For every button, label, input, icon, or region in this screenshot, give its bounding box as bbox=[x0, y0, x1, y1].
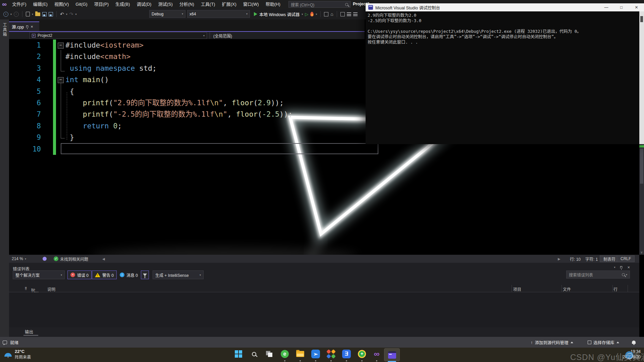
code-line[interactable]: 6 printf("2.9的向下取整的数为%.1lf\n", floor(2.9… bbox=[9, 97, 292, 109]
undo-icon[interactable]: ↶ bbox=[60, 11, 64, 17]
search-input[interactable]: 搜索 (Ctrl+Q) bbox=[288, 1, 351, 8]
health-app-icon[interactable]: + bbox=[358, 350, 366, 358]
redo-dropdown-icon[interactable]: ▾ bbox=[75, 13, 77, 16]
redo-icon[interactable]: ↷ bbox=[69, 11, 73, 17]
fold-marker[interactable] bbox=[41, 40, 65, 51]
menu-item[interactable]: 项目(P) bbox=[91, 0, 112, 9]
scrollbar-thumb[interactable] bbox=[640, 148, 643, 184]
console-minimize-button[interactable]: — bbox=[599, 3, 614, 11]
hscroll-right-icon[interactable]: ▶ bbox=[558, 255, 560, 263]
debug-console-window[interactable]: Microsoft Visual Studio 调试控制台 — □ ✕ 2.9的… bbox=[366, 3, 644, 144]
error-list-body[interactable] bbox=[9, 292, 639, 327]
scrollbar-down-icon[interactable]: ∨ bbox=[639, 250, 644, 254]
blue-d-app-icon[interactable]: Ǝ bbox=[342, 350, 351, 358]
output-panel-tab[interactable]: 输出 bbox=[25, 328, 33, 335]
menu-item[interactable]: Git(G) bbox=[72, 0, 91, 9]
back-dropdown-icon[interactable]: ▾ bbox=[10, 13, 12, 16]
close-tab-icon[interactable]: × bbox=[31, 24, 33, 29]
attach-process-icon[interactable] bbox=[324, 12, 328, 16]
line-ops-icon[interactable] bbox=[347, 12, 351, 16]
hscroll-left-icon[interactable]: ◀ bbox=[102, 255, 105, 263]
col-project[interactable]: 项目 bbox=[513, 286, 521, 292]
document-health[interactable]: ✓ 未找到相关问题 bbox=[54, 255, 88, 263]
code-line[interactable]: 9 } bbox=[9, 132, 292, 143]
feedback-icon[interactable] bbox=[3, 341, 7, 344]
new-file-dropdown-icon[interactable]: ▾ bbox=[32, 13, 33, 16]
thunder-app-icon[interactable]: ➣ bbox=[311, 350, 320, 358]
menu-item[interactable]: 帮助(H) bbox=[262, 0, 284, 9]
run-dropdown-icon[interactable]: ▾ bbox=[302, 13, 303, 16]
new-file-icon[interactable] bbox=[26, 12, 30, 16]
console-scrollbar[interactable] bbox=[639, 11, 644, 144]
file-explorer-icon[interactable] bbox=[296, 350, 305, 358]
media-app-icon[interactable] bbox=[327, 350, 335, 358]
warnings-filter-button[interactable]: 警告 0 bbox=[92, 270, 117, 279]
taskbar-search-icon[interactable] bbox=[250, 350, 258, 358]
start-button[interactable] bbox=[234, 350, 243, 358]
menu-item[interactable]: 测试(S) bbox=[155, 0, 176, 9]
menu-item[interactable]: 分析(N) bbox=[176, 0, 198, 9]
select-repository-button[interactable]: 选择存储库 bbox=[588, 337, 619, 348]
code-line[interactable]: 1#include<iostream> bbox=[9, 40, 292, 51]
tabs-mode-indicator[interactable]: 制表符 bbox=[600, 255, 619, 262]
indent-icon[interactable] bbox=[353, 12, 358, 16]
menu-item[interactable]: 扩展(X) bbox=[218, 0, 239, 9]
panel-close-icon[interactable]: × bbox=[627, 265, 630, 270]
filter-button[interactable] bbox=[141, 270, 149, 279]
messages-filter-button[interactable]: i 消息 0 bbox=[117, 270, 141, 279]
navigate-back-icon[interactable]: ‹ bbox=[3, 12, 8, 17]
nav-scope-dropdown[interactable]: (全局范围) bbox=[210, 32, 364, 39]
taskbar-weather-widget[interactable]: 22°C 阵雨来袭 bbox=[4, 349, 31, 360]
platform-dropdown[interactable]: x64▾ bbox=[187, 10, 250, 18]
undo-dropdown-icon[interactable]: ▾ bbox=[66, 13, 67, 16]
code-line[interactable]: 3 using namespace std; bbox=[9, 63, 292, 74]
notifications-bell-icon[interactable] bbox=[632, 341, 636, 344]
code-line[interactable]: 4int main() bbox=[9, 74, 292, 85]
code-line[interactable]: 5 { bbox=[9, 86, 292, 97]
code-line[interactable]: 10 bbox=[9, 143, 292, 155]
tab-source-cpp[interactable]: 源.cpp × bbox=[9, 21, 39, 31]
find-in-files-icon[interactable] bbox=[340, 12, 345, 16]
nav-project-dropdown[interactable]: +Project2 ▾ bbox=[30, 32, 207, 39]
eol-indicator[interactable]: CRLF bbox=[617, 255, 635, 262]
visual-studio-icon[interactable]: ∞ bbox=[372, 350, 381, 358]
menu-item[interactable]: 调试(D) bbox=[133, 0, 155, 9]
code-line[interactable]: 2#include<cmath> bbox=[9, 51, 292, 62]
hot-reload-icon[interactable] bbox=[310, 12, 314, 16]
console-maximize-button[interactable]: □ bbox=[614, 3, 629, 11]
console-scrollbar-thumb[interactable] bbox=[640, 16, 643, 22]
live-share-icon[interactable] bbox=[43, 255, 47, 263]
errors-filter-button[interactable]: × 错误 0 bbox=[67, 270, 92, 279]
menu-item[interactable]: 文件(F) bbox=[9, 0, 30, 9]
scope-filter-dropdown[interactable]: 整个解决方案▾ bbox=[13, 270, 65, 279]
solution-config-dropdown[interactable]: Debug▾ bbox=[149, 10, 185, 18]
green-browser-icon[interactable]: e bbox=[280, 350, 289, 358]
start-debug-icon[interactable] bbox=[254, 12, 257, 16]
col-file[interactable]: 文件 bbox=[563, 286, 571, 292]
home-icon[interactable]: ⌂ bbox=[330, 11, 333, 17]
save-all-icon[interactable] bbox=[49, 12, 53, 16]
menu-item[interactable]: 视图(V) bbox=[51, 0, 72, 9]
task-view-icon[interactable] bbox=[265, 350, 274, 358]
add-to-source-control-button[interactable]: ↑ 添加到源代码管理 bbox=[531, 337, 573, 348]
menu-item[interactable]: 生成(B) bbox=[112, 0, 133, 9]
code-line[interactable]: 8 return 0; bbox=[9, 120, 292, 132]
start-without-debug-icon[interactable]: ▷ bbox=[305, 12, 308, 17]
fold-marker[interactable] bbox=[41, 74, 65, 85]
build-filter-dropdown[interactable]: 生成 + IntelliSense▾ bbox=[153, 270, 204, 279]
panel-pin-icon[interactable] bbox=[620, 266, 622, 268]
run-button[interactable]: 本地 Windows 调试器 bbox=[259, 11, 300, 17]
save-icon[interactable] bbox=[42, 12, 47, 16]
panel-dropdown-icon[interactable]: ▾ bbox=[614, 266, 615, 269]
menu-item[interactable]: 编辑(E) bbox=[30, 0, 51, 9]
navigate-forward-icon[interactable]: › bbox=[14, 12, 19, 17]
console-output[interactable]: 2.9的向下取整的数为2.0-2.5的向下取整的数为-3.0C:\Users\y… bbox=[366, 11, 644, 144]
pin-icon[interactable] bbox=[26, 25, 28, 28]
console-close-button[interactable]: ✕ bbox=[629, 3, 644, 11]
col-severity-icon[interactable]: ‼ bbox=[25, 286, 27, 291]
error-search-input[interactable]: 搜索错误列表 ▾ bbox=[566, 270, 630, 279]
open-file-icon[interactable] bbox=[35, 12, 40, 16]
zoom-dropdown[interactable]: 214 % ▾ bbox=[12, 255, 26, 263]
code-line[interactable]: 7 printf("-2.5的向下取整的数为%.1lf\n", floor(-2… bbox=[9, 109, 292, 120]
col-description[interactable]: 说明 bbox=[47, 286, 55, 292]
